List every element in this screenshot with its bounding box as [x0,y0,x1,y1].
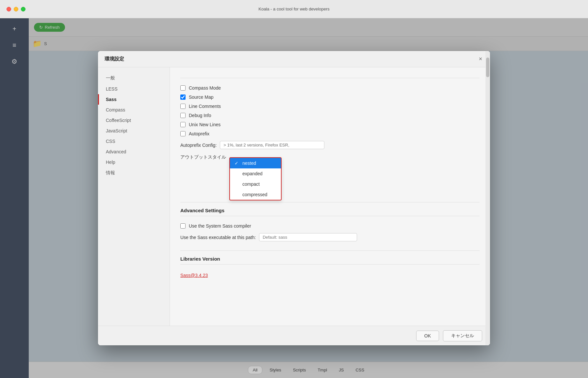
compass-mode-checkbox[interactable] [180,85,186,91]
dropdown-label-compact: compact [242,181,260,187]
libraries-heading: Libraries Version [180,256,480,262]
autoprefix-config-row: Autoprefix Config: [180,138,480,152]
ok-button[interactable]: OK [416,331,439,341]
advanced-divider [180,202,480,202]
dialog-overlay: 環境設定 × 一般 LESS Sass Compass CoffeeScript… [0,18,588,378]
output-style-label: アウトプットスタイル [180,154,226,160]
dialog-title: 環境設定 [105,56,124,62]
app-area: + ≡ ⚙ ↻ Refresh 📁 S All Styles Scripts T… [0,18,588,378]
autoprefix-row: Autoprefix [180,129,480,138]
top-divider [180,78,480,78]
sass-path-input[interactable] [259,233,357,241]
dropdown-item-expanded[interactable]: expanded [230,168,281,179]
window-title: Koala - a cool tool for web developers [258,7,330,11]
titlebar: Koala - a cool tool for web developers [0,0,588,18]
window-controls [7,7,25,11]
autoprefix-config-input[interactable] [220,141,324,149]
source-map-label: Source Map [189,94,213,100]
dropdown-label-expanded: expanded [242,171,263,176]
dropdown-item-compact[interactable]: compact [230,179,281,189]
scroll-thumb [486,67,489,77]
debug-info-row: Debug Info [180,111,480,120]
nav-item-css[interactable]: CSS [98,136,170,146]
nav-item-compass[interactable]: Compass [98,105,170,115]
nav-item-less[interactable]: LESS [98,84,170,94]
libraries-divider-bottom [180,264,480,265]
nav-item-help[interactable]: Help [98,157,170,167]
autoprefix-config-label: Autoprefix Config: [180,143,217,148]
advanced-divider-bottom [180,216,480,216]
dropdown-menu: ✓ nested expanded compact [229,157,282,200]
unix-new-lines-label: Unix New Lines [189,122,220,127]
use-system-sass-row: Use the System Sass compiler [180,221,480,231]
nav-item-sass[interactable]: Sass [98,94,170,105]
debug-info-label: Debug Info [189,113,211,118]
nav-item-javascript[interactable]: JavaScript [98,126,170,136]
nav-item-coffeescript[interactable]: CoffeeScript [98,115,170,126]
debug-info-checkbox[interactable] [180,113,186,118]
dropdown-label-compressed: compressed [242,192,267,197]
unix-new-lines-row: Unix New Lines [180,120,480,129]
nav-item-advanced[interactable]: Advanced [98,146,170,157]
use-system-sass-checkbox[interactable] [180,223,186,229]
dropdown-item-compressed[interactable]: compressed [230,189,281,200]
preferences-dialog: 環境設定 × 一般 LESS Sass Compass CoffeeScript… [98,51,490,345]
unix-new-lines-checkbox[interactable] [180,122,186,127]
source-map-row: Source Map [180,93,480,102]
scrollbar[interactable] [485,67,490,326]
line-comments-label: Line Comments [189,104,221,109]
check-icon: ✓ [235,161,240,166]
sass-path-row: Use the Sass executable at this path: [180,231,480,244]
nav-item-general[interactable]: 一般 [98,73,170,84]
libraries-divider [180,250,480,251]
line-comments-row: Line Comments [180,102,480,111]
advanced-settings-heading: Advanced Settings [180,208,480,213]
maximize-button[interactable] [21,7,25,11]
line-comments-checkbox[interactable] [180,104,186,109]
sass-path-label: Use the Sass executable at this path: [180,235,256,240]
cancel-button[interactable]: キャンセル [443,330,482,341]
sass-version-link[interactable]: Sass@3.4.23 [180,273,208,278]
dialog-nav: 一般 LESS Sass Compass CoffeeScript JavaSc… [98,67,170,326]
sass-version-row: Sass@3.4.23 [180,270,480,281]
dialog-content: Compass Mode Source Map Line Comments [170,67,490,326]
output-style-row: アウトプットスタイル ✓ nested expanded [180,152,480,163]
compass-mode-label: Compass Mode [189,85,221,91]
dialog-titlebar: 環境設定 × [98,51,490,67]
close-button[interactable] [7,7,11,11]
dropdown-label-nested: nested [242,161,256,166]
autoprefix-label: Autoprefix [189,131,209,136]
compass-mode-row: Compass Mode [180,83,480,93]
nav-item-info[interactable]: 情報 [98,167,170,179]
minimize-button[interactable] [14,7,18,11]
autoprefix-checkbox[interactable] [180,131,186,136]
dialog-body: 一般 LESS Sass Compass CoffeeScript JavaSc… [98,67,490,326]
dialog-close-button[interactable]: × [476,55,485,63]
use-system-sass-label: Use the System Sass compiler [189,223,251,229]
dropdown-item-nested[interactable]: ✓ nested [230,158,281,168]
source-map-checkbox[interactable] [180,94,186,100]
dialog-footer: OK キャンセル [98,326,490,345]
